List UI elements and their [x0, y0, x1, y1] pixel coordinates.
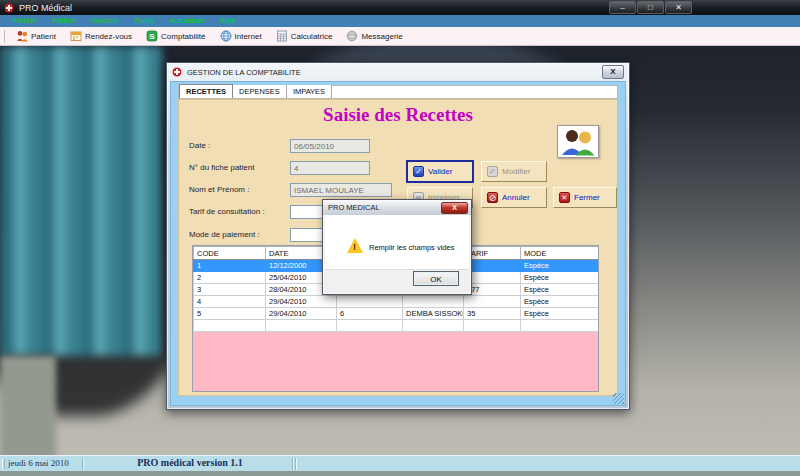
modifier-label: Modifier [502, 167, 530, 176]
window-titlebar: PRO Médical – □ ✕ [0, 0, 800, 15]
dialog-icon [172, 67, 182, 77]
date-label: Date : [189, 141, 210, 150]
nom-field [290, 183, 392, 197]
dialog-titlebar[interactable]: GESTION DE LA COMPTABILITE X [167, 63, 629, 81]
menubar: Fichier Edition Gestion Outils Actualise… [0, 15, 800, 27]
globe-icon [220, 30, 232, 42]
annuler-button[interactable]: Annuler [481, 187, 547, 208]
two-users-icon [559, 128, 597, 156]
calendar-icon [70, 30, 82, 42]
table-row[interactable]: 529/04/20106DEMBA SISSOKO35Espèce [194, 308, 599, 320]
toolbar-item-label: Internet [235, 32, 262, 41]
tab-recettes[interactable]: RECETTES [179, 84, 233, 98]
menu-aide[interactable]: Aide [220, 15, 236, 27]
nom-label: Nom et Prénom : [189, 185, 249, 194]
valider-button[interactable]: Valider [407, 161, 473, 182]
fermer-label: Fermer [574, 193, 600, 202]
toolbar-grip [2, 30, 5, 43]
alert-title: PRO MEDICAL [328, 203, 380, 212]
close-button[interactable]: ✕ [665, 1, 692, 14]
window-title: PRO Médical [19, 3, 72, 13]
accounting-icon: S [146, 30, 158, 42]
mail-icon [346, 30, 358, 42]
svg-text:S: S [149, 32, 155, 41]
fiche-label: N° du fiche patient [189, 163, 254, 172]
menu-edition[interactable]: Edition [52, 15, 76, 27]
resize-grip[interactable] [613, 393, 624, 404]
date-field [290, 139, 370, 153]
calculator-icon [276, 30, 288, 42]
alert-titlebar[interactable]: PRO MEDICAL X [323, 200, 471, 215]
check-icon [413, 166, 424, 177]
warning-icon: ! [347, 238, 363, 253]
patient-icon [16, 30, 28, 42]
statusbar-separator [292, 458, 293, 470]
toolbar-item-label: Patient [31, 32, 56, 41]
tab-depenses[interactable]: DEPENSES [233, 85, 287, 98]
menu-fichier[interactable]: Fichier [13, 15, 37, 27]
statusbar-date: jeudi 6 mai 2010 [8, 458, 69, 468]
alert-message: Remplir les champs vides [369, 243, 454, 252]
toolbar-patient[interactable]: Patient [11, 28, 61, 45]
annuler-label: Annuler [502, 193, 530, 202]
modifier-button: Modifier [481, 161, 547, 182]
statusbar-grip [2, 459, 5, 469]
alert-content: ! Remplir les champs vides [325, 215, 469, 271]
statusbar-version: PRO médical version 1.1 [90, 457, 290, 468]
fermer-button[interactable]: Fermer [553, 187, 617, 208]
statusbar-separator [82, 458, 83, 470]
toolbar-item-label: Calculatrice [291, 32, 333, 41]
statusbar: jeudi 6 mai 2010 PRO médical version 1.1 [0, 455, 800, 471]
col-tarif[interactable]: TARIF [464, 247, 521, 260]
maximize-button[interactable]: □ [637, 1, 664, 14]
toolbar-comptabilite[interactable]: S Comptabilité [141, 28, 210, 45]
menu-outils[interactable]: Outils [134, 15, 154, 27]
tab-impayes[interactable]: IMPAYES [287, 85, 332, 98]
toolbar-item-label: Rendez-vous [85, 32, 132, 41]
edit-icon [487, 166, 498, 177]
toolbar-messagerie[interactable]: Messagerie [341, 28, 407, 45]
close-x-icon [559, 192, 570, 203]
photo-wall [0, 356, 56, 455]
menu-gestion[interactable]: Gestion [91, 15, 119, 27]
ok-button[interactable]: OK [413, 271, 459, 286]
alert-footer: OK [325, 269, 469, 292]
photo-curtain [0, 46, 162, 356]
desktop: PRO Médical – □ ✕ Fichier Edition Gestio… [0, 0, 800, 476]
dialog-title: GESTION DE LA COMPTABILITE [187, 68, 301, 77]
form-title: Saisie des Recettes [179, 104, 617, 126]
mode-label: Mode de paiement : [189, 230, 260, 239]
fiche-field [290, 161, 370, 175]
toolbar: Patient Rendez-vous S Comptabilité Inter… [0, 27, 800, 46]
table-row-empty[interactable] [194, 320, 599, 332]
toolbar-item-label: Comptabilité [161, 32, 205, 41]
minimize-button[interactable]: – [609, 1, 636, 14]
patients-image [557, 125, 599, 158]
statusbar-separator [295, 458, 296, 470]
window-bottom-edge [0, 471, 800, 476]
tarif-label: Tarif de consultation : [189, 207, 265, 216]
toolbar-item-label: Messagerie [361, 32, 402, 41]
toolbar-internet[interactable]: Internet [215, 28, 267, 45]
cancel-icon [487, 192, 498, 203]
col-code[interactable]: CODE [194, 247, 266, 260]
alert-dialog: PRO MEDICAL X ! Remplir les champs vides… [322, 199, 472, 295]
tabstrip: RECETTES DEPENSES IMPAYES [178, 85, 618, 99]
col-mode[interactable]: MODE [521, 247, 599, 260]
toolbar-calculatrice[interactable]: Calculatrice [271, 28, 338, 45]
toolbar-rendezvous[interactable]: Rendez-vous [65, 28, 137, 45]
dialog-close-button[interactable]: X [602, 65, 624, 79]
window-controls: – □ ✕ [609, 1, 692, 14]
table-row[interactable]: 429/04/2010Espèce [194, 296, 599, 308]
app-icon [4, 3, 14, 13]
alert-close-button[interactable]: X [441, 202, 468, 214]
valider-label: Valider [428, 167, 452, 176]
menu-actualiser[interactable]: Actualiser [170, 15, 205, 27]
